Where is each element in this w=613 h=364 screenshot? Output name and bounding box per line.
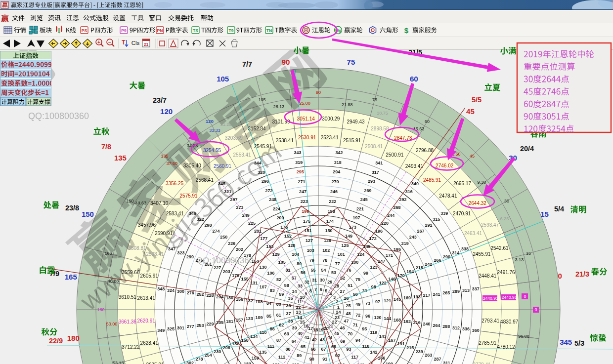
- svg-text:21/3: 21/3: [575, 270, 589, 278]
- svg-text:2508.41: 2508.41: [365, 144, 383, 149]
- svg-text:4780.12: 4780.12: [497, 344, 516, 350]
- svg-text:293: 293: [368, 179, 375, 184]
- svg-text:246: 246: [330, 189, 338, 194]
- svg-text:2455.91: 2455.91: [473, 251, 491, 257]
- svg-text:295: 295: [297, 169, 304, 174]
- svg-text:2635.91: 2635.91: [146, 362, 164, 364]
- svg-text:7/7: 7/7: [242, 60, 252, 68]
- svg-text:2575.91: 2575.91: [180, 193, 198, 199]
- svg-text:96.88: 96.88: [518, 334, 529, 339]
- svg-text:80: 80: [297, 261, 302, 266]
- svg-text:2898.58: 2898.58: [371, 126, 389, 131]
- svg-text:219: 219: [401, 241, 409, 246]
- svg-text:33.33: 33.33: [209, 128, 220, 133]
- svg-text:60: 60: [410, 75, 418, 83]
- svg-text:241: 241: [433, 292, 440, 297]
- svg-text:180: 180: [97, 307, 104, 312]
- svg-text:2593.47: 2593.47: [481, 222, 499, 228]
- svg-text:153: 153: [266, 244, 273, 249]
- svg-text:200: 200: [277, 215, 284, 220]
- svg-text:315: 315: [433, 217, 440, 222]
- svg-text:176: 176: [280, 225, 288, 230]
- svg-text:111: 111: [267, 344, 274, 349]
- svg-text:3712.22: 3712.22: [122, 344, 140, 350]
- svg-text:2542.61: 2542.61: [490, 245, 509, 251]
- svg-text:39: 39: [292, 325, 297, 330]
- svg-text:132: 132: [246, 298, 253, 303]
- svg-text:3000.29: 3000.29: [322, 116, 340, 121]
- svg-text:2793.41: 2793.41: [482, 318, 500, 324]
- svg-text:144: 144: [384, 316, 391, 321]
- svg-text:128: 128: [288, 243, 295, 248]
- svg-text:199: 199: [302, 209, 309, 214]
- svg-text:118: 118: [362, 344, 370, 349]
- svg-text:4: 4: [329, 291, 332, 296]
- svg-text:135: 135: [161, 154, 168, 159]
- svg-text:107: 107: [260, 284, 267, 289]
- svg-text:175: 175: [303, 219, 310, 224]
- svg-text:345: 345: [218, 181, 225, 186]
- svg-text:85: 85: [266, 314, 271, 319]
- svg-text:135: 135: [260, 350, 267, 355]
- svg-text:142: 142: [370, 350, 377, 355]
- svg-text:166: 166: [378, 356, 385, 361]
- svg-text:2560.91: 2560.91: [214, 163, 232, 169]
- svg-text:3051.14: 3051.14: [297, 116, 315, 121]
- svg-text:55: 55: [310, 268, 315, 273]
- svg-text:252: 252: [197, 292, 204, 297]
- svg-text:84: 84: [266, 301, 271, 306]
- svg-text:120: 120: [160, 107, 173, 116]
- svg-text:253: 253: [197, 323, 204, 328]
- svg-text:2545.91: 2545.91: [254, 144, 272, 149]
- svg-text:37.50: 37.50: [166, 161, 177, 166]
- svg-text:180: 180: [67, 334, 80, 342]
- svg-text:247: 247: [299, 189, 306, 194]
- svg-text:193: 193: [413, 294, 421, 299]
- svg-text:−: −: [108, 40, 111, 45]
- svg-text:2440.91: 2440.91: [483, 296, 498, 301]
- svg-text:2515.91: 2515.91: [343, 138, 361, 143]
- svg-text:177: 177: [260, 236, 267, 241]
- svg-text:340: 340: [411, 181, 419, 186]
- svg-text:3508.81: 3508.81: [128, 245, 146, 251]
- svg-text:204: 204: [216, 294, 223, 299]
- svg-text:178: 178: [244, 253, 251, 258]
- svg-text:50: 50: [353, 292, 358, 297]
- svg-text:13: 13: [296, 310, 301, 315]
- svg-text:265: 265: [442, 290, 450, 295]
- svg-text:112: 112: [278, 355, 286, 360]
- svg-text:322: 322: [197, 217, 204, 222]
- svg-text:272: 272: [265, 188, 273, 193]
- svg-text:83: 83: [270, 288, 275, 293]
- svg-text:58: 58: [284, 283, 289, 288]
- svg-text:225: 225: [248, 221, 256, 226]
- svg-text:2785.91: 2785.91: [479, 340, 497, 346]
- svg-text:23: 23: [335, 315, 340, 320]
- svg-text:2644.32: 2644.32: [469, 201, 487, 206]
- svg-text:95: 95: [362, 326, 367, 331]
- svg-text:75: 75: [372, 97, 377, 102]
- svg-text:155: 155: [241, 277, 249, 282]
- svg-text:92: 92: [335, 353, 340, 358]
- svg-text:216: 216: [413, 320, 421, 325]
- svg-text:151: 151: [304, 228, 311, 233]
- svg-text:99: 99: [363, 271, 368, 276]
- svg-text:289: 289: [452, 289, 460, 294]
- svg-text:2695.17: 2695.17: [453, 181, 472, 186]
- svg-text:3559.66: 3559.66: [122, 270, 140, 275]
- svg-text:158: 158: [241, 338, 249, 343]
- svg-text:180: 180: [226, 295, 233, 300]
- svg-text:123: 123: [370, 265, 377, 270]
- svg-text:69: 69: [340, 339, 345, 344]
- svg-text:147: 147: [378, 259, 385, 264]
- svg-text:248: 248: [269, 197, 276, 202]
- svg-text:324: 324: [167, 288, 175, 293]
- svg-text:51: 51: [348, 283, 352, 288]
- svg-text:2620.91: 2620.91: [137, 318, 156, 324]
- svg-text:44: 44: [327, 335, 332, 340]
- svg-text:3101.99: 3101.99: [272, 119, 290, 124]
- svg-text:217: 217: [423, 293, 431, 298]
- svg-text:3152.84: 3152.84: [248, 126, 266, 131]
- svg-text:40.63: 40.63: [135, 201, 147, 205]
- svg-text:52: 52: [340, 276, 345, 281]
